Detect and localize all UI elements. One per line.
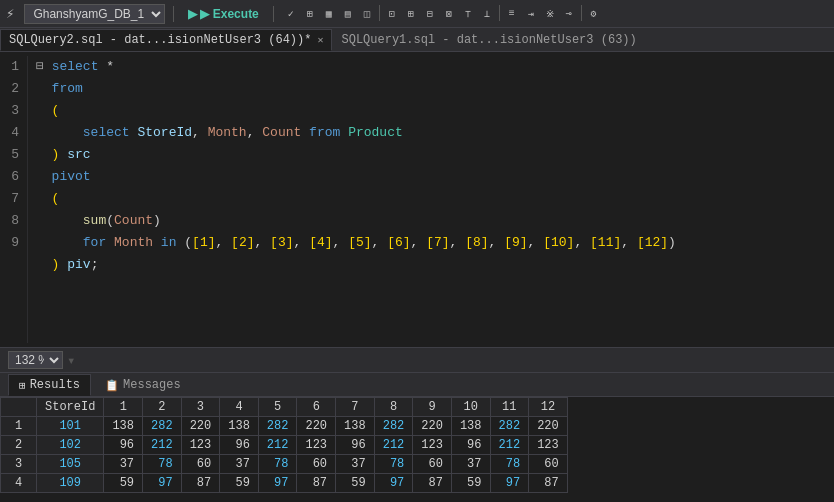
cell-value: 97 [143,474,182,493]
debug-icon[interactable]: ⊥ [478,5,496,23]
col-10: 10 [451,398,490,417]
toolbar-separator-3 [379,5,380,21]
cell-value: 59 [451,474,490,493]
col-6: 6 [297,398,336,417]
col-7: 7 [336,398,375,417]
col-5: 5 [258,398,297,417]
results-table: StoreId 1 2 3 4 5 6 7 8 9 10 11 12 11011… [0,397,568,493]
cell-value: 60 [181,455,220,474]
settings-icon[interactable]: ⚙ [585,5,603,23]
msg-icon[interactable]: ⊟ [421,5,439,23]
results-tab-label: Results [30,378,80,392]
grid-icon-4[interactable]: ◫ [358,5,376,23]
cell-value: 123 [297,436,336,455]
messages-icon: 📋 [105,379,119,392]
col-12: 12 [529,398,568,417]
cell-value: 282 [490,417,529,436]
tab-query2-label: SQLQuery2.sql - dat...isionNetUser3 (64)… [9,33,311,47]
data-table-container: StoreId 1 2 3 4 5 6 7 8 9 10 11 12 11011… [0,397,834,493]
col-1: 1 [104,398,143,417]
cell-value: 59 [220,474,259,493]
stats-icon[interactable]: ⊤ [459,5,477,23]
database-selector[interactable]: GhanshyamG_DB_1 [24,4,165,24]
tab-query2-close[interactable]: ✕ [317,34,323,46]
execute-button[interactable]: ▶ ▶ Execute [182,5,264,23]
cell-value: 87 [297,474,336,493]
results-panel: ⊞ Results 📋 Messages StoreId 1 2 3 4 5 6… [0,373,834,493]
indent-icon[interactable]: ⇥ [522,5,540,23]
cell-value: 138 [451,417,490,436]
parse-icon[interactable]: ⊡ [383,5,401,23]
results-tabs: ⊞ Results 📋 Messages [0,373,834,397]
tab-query2[interactable]: SQLQuery2.sql - dat...isionNetUser3 (64)… [0,29,332,51]
table-row: 3105377860377860377860377860 [1,455,568,474]
cell-value: 220 [297,417,336,436]
cell-value: 282 [374,417,413,436]
toolbar-separator-2 [273,6,274,22]
grid-icon-2[interactable]: ▦ [320,5,338,23]
cell-value: 37 [451,455,490,474]
cell-value: 87 [413,474,452,493]
grid-icon-3[interactable]: ▤ [339,5,357,23]
cell-value: 97 [374,474,413,493]
cell-value: 138 [220,417,259,436]
cell-value: 97 [490,474,529,493]
cell-value: 220 [529,417,568,436]
cell-value: 212 [374,436,413,455]
cell-value: 60 [529,455,568,474]
results-tab-messages[interactable]: 📋 Messages [95,374,191,396]
format-icon[interactable]: ≡ [503,5,521,23]
col-2: 2 [143,398,182,417]
editor: 1 2 3 4 5 6 7 8 9 ⊟ select * from ( sele… [0,52,834,347]
cell-value: 59 [336,474,375,493]
cell-value: 212 [490,436,529,455]
toolbar-separator-5 [581,5,582,21]
tab-bar: SQLQuery2.sql - dat...isionNetUser3 (64)… [0,28,834,52]
cell-value: 78 [374,455,413,474]
col-3: 3 [181,398,220,417]
toolbar-separator [173,6,174,22]
cell-value: 87 [181,474,220,493]
table-row: 4109599787599787599787599787 [1,474,568,493]
table-row: 210296212123962121239621212396212123 [1,436,568,455]
col-9: 9 [413,398,452,417]
cell-value: 212 [143,436,182,455]
uncomment-icon[interactable]: ⊸ [560,5,578,23]
results-grid-icon: ⊞ [19,379,26,392]
cell-value: 59 [104,474,143,493]
results-icon[interactable]: ⊞ [402,5,420,23]
cell-value: 97 [258,474,297,493]
toolbar-icons: ✓ ⊞ ▦ ▤ ◫ ⊡ ⊞ ⊟ ⊠ ⊤ ⊥ ≡ ⇥ ※ ⊸ ⚙ [282,5,603,23]
grid-icon-1[interactable]: ⊞ [301,5,319,23]
toolbar-separator-4 [499,5,500,21]
zoom-bar: 132 % ▾ [0,347,834,373]
col-storeid: StoreId [37,398,104,417]
code-editor[interactable]: ⊟ select * from ( select StoreId, Month,… [28,56,834,343]
check-icon[interactable]: ✓ [282,5,300,23]
col-4: 4 [220,398,259,417]
cell-storeid: 101 [37,417,104,436]
zoom-expand-icon[interactable]: ▾ [67,352,75,369]
plan-icon[interactable]: ⊠ [440,5,458,23]
results-tab-results[interactable]: ⊞ Results [8,374,91,396]
app-logo: ⚡ [6,5,14,22]
zoom-selector[interactable]: 132 % [8,351,63,369]
cell-value: 138 [104,417,143,436]
cell-rownum: 3 [1,455,37,474]
cell-value: 37 [336,455,375,474]
cell-value: 282 [258,417,297,436]
cell-value: 212 [258,436,297,455]
cell-rownum: 2 [1,436,37,455]
execute-label: ▶ Execute [200,7,258,21]
tab-query1-label: SQLQuery1.sql - dat...isionNetUser3 (63)… [341,33,636,47]
cell-value: 220 [181,417,220,436]
messages-tab-label: Messages [123,378,181,392]
cell-value: 138 [336,417,375,436]
cell-value: 37 [104,455,143,474]
comment-icon[interactable]: ※ [541,5,559,23]
tab-query1[interactable]: SQLQuery1.sql - dat...isionNetUser3 (63)… [332,29,645,51]
cell-value: 123 [181,436,220,455]
cell-value: 96 [451,436,490,455]
line-numbers: 1 2 3 4 5 6 7 8 9 [0,56,28,343]
cell-value: 220 [413,417,452,436]
